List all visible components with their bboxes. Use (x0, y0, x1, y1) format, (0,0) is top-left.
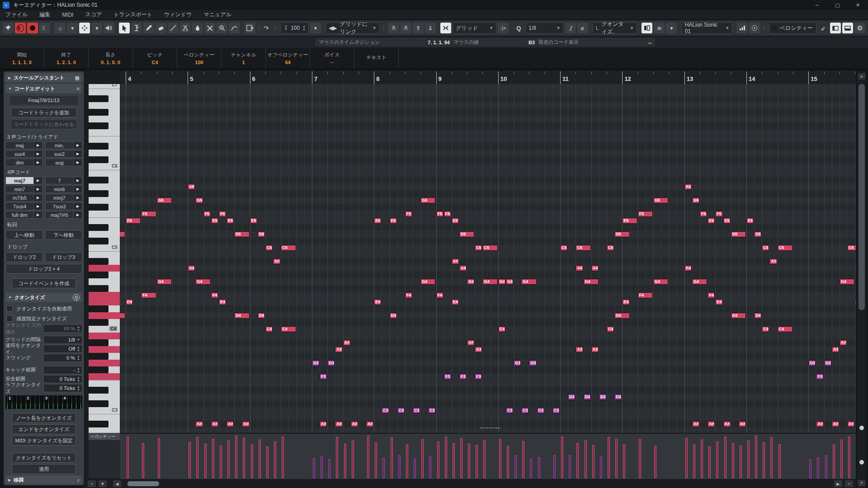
snap-button[interactable] (440, 23, 451, 33)
midi-note[interactable]: F4 (141, 292, 156, 298)
midi-note[interactable]: C5 (847, 245, 856, 251)
velocity-bar[interactable] (421, 439, 424, 478)
midi-note[interactable]: A#4 (273, 258, 280, 264)
add-chord-track-button[interactable]: コードトラックを追加 (11, 108, 77, 117)
loop-options-icon[interactable]: ⋮ (273, 25, 276, 31)
midi-note[interactable]: A#2 (692, 421, 699, 427)
menu-item-3[interactable]: スコア (85, 11, 102, 19)
chord-play-icon[interactable]: ▶ (73, 194, 82, 202)
lane-select-dropdown[interactable]: ▼ (99, 480, 107, 487)
midi-note[interactable]: C3 (552, 408, 560, 413)
midi-note[interactable]: A4 (576, 265, 583, 271)
midi-note[interactable]: G4 (584, 279, 599, 285)
velocity-bar[interactable] (522, 441, 524, 478)
create-chord-event-button[interactable]: コードイベントを作成 (12, 278, 76, 288)
quantize-row-value[interactable]: Off▲▼ (43, 345, 82, 353)
velocity-bar[interactable] (600, 456, 602, 478)
iterative-quantize-icon[interactable]: ⁒ (565, 23, 576, 33)
menu-item-0[interactable]: ファイル (5, 11, 28, 19)
autoscroll-button[interactable] (245, 23, 255, 33)
midi-note[interactable]: G5 (653, 197, 668, 203)
quantize-header[interactable]: ▼ クオンタイズ Q (5, 293, 82, 302)
info-column-7[interactable]: ボイス─ (310, 48, 354, 69)
midi-note[interactable]: C5 (482, 245, 497, 251)
chord-play-icon[interactable]: ▶ (73, 177, 82, 184)
piano-roll-grid[interactable]: D5D4E5F5G5E4F4G4A5G5F5E5F5E5D5A4G4F4E4D4… (120, 84, 856, 433)
velocity-bar[interactable] (453, 443, 455, 478)
midi-note[interactable]: C4 (778, 326, 793, 332)
velocity-bar[interactable] (251, 445, 253, 478)
midi-note[interactable]: D4 (731, 313, 746, 319)
chord-play-icon[interactable]: ▶ (73, 211, 82, 219)
midi-note[interactable]: E5 (708, 218, 715, 224)
midi-note[interactable]: E5 (723, 218, 731, 224)
midi-note[interactable]: D4 (258, 313, 265, 319)
midi-note[interactable]: E4 (855, 299, 856, 305)
midi-note[interactable]: A#3 (840, 340, 847, 346)
chord-edit-header[interactable]: ▼ コードエディット ≡ (5, 84, 82, 93)
midi-note[interactable]: D5 (234, 231, 249, 237)
piano-key-black[interactable] (89, 122, 108, 129)
midi-note[interactable]: F4 (436, 292, 443, 298)
midi-note[interactable]: A4 (855, 265, 856, 271)
velocity-bar[interactable] (398, 455, 401, 478)
piano-key-black[interactable] (89, 143, 108, 150)
quantize-action-button-2[interactable]: MIDI クオンタイズを固定 (12, 436, 76, 446)
midi-note[interactable]: D3 (568, 394, 575, 400)
chord-button-7sus4[interactable]: 7sus4▶ (5, 202, 42, 210)
midi-note[interactable]: F5 (444, 211, 451, 217)
reset-quantize-button[interactable]: クオンタイズをリセット (12, 453, 76, 463)
midi-note[interactable]: G5 (692, 197, 699, 203)
menu-item-6[interactable]: マニュアル (203, 11, 231, 19)
left-zone-toggle-icon[interactable] (830, 23, 841, 33)
piano-key-black[interactable] (89, 285, 108, 292)
piano-key-highlighted[interactable] (89, 346, 120, 353)
midi-note[interactable]: G3 (514, 360, 521, 366)
info-column-5[interactable]: チャンネル1 (222, 48, 266, 69)
piano-key-black[interactable] (89, 156, 108, 163)
midi-note[interactable]: D3 (584, 394, 591, 400)
velocity-bar[interactable] (623, 444, 625, 478)
velocity-bar[interactable] (499, 439, 501, 478)
velocity-bar[interactable] (778, 444, 781, 478)
velocity-bar[interactable] (514, 455, 517, 478)
velocity-bar[interactable] (274, 441, 276, 478)
midi-note[interactable]: A#4 (769, 258, 777, 264)
midi-note[interactable]: A#2 (211, 421, 218, 427)
velocity-bar[interactable] (391, 437, 393, 478)
midi-note[interactable]: F5 (405, 211, 412, 217)
nudge-down-icon[interactable]: ≚ (401, 23, 411, 33)
trim-tool[interactable] (131, 23, 142, 33)
link-to-grid-dropdown[interactable]: ◀▶ グリッドにリンク ▼ (326, 22, 380, 34)
midi-note[interactable]: A4 (591, 265, 599, 271)
midi-note[interactable]: C4 (265, 326, 273, 332)
midi-note[interactable]: A5 (684, 184, 692, 190)
velocity-bar[interactable] (716, 441, 718, 478)
midi-note[interactable]: E4 (374, 299, 381, 305)
edit-mode-dropdown[interactable]: ▼ (67, 23, 78, 33)
midi-note[interactable]: E4 (622, 299, 629, 305)
chord-button-minj7[interactable]: minj7▶ (45, 194, 82, 202)
piano-key-highlighted[interactable] (89, 292, 120, 299)
midi-note[interactable]: G4 (157, 279, 172, 285)
midi-note[interactable]: G4 (653, 279, 668, 285)
piano-key-black[interactable] (89, 353, 108, 360)
stepper-icon[interactable]: ▲▼ (77, 376, 80, 382)
scroll-left-icon[interactable]: ◀ (113, 480, 121, 487)
velocity-bar[interactable] (740, 446, 742, 478)
strength-field[interactable]: 60 %▲▼ (43, 324, 82, 333)
chord-button-7[interactable]: 7▶ (45, 177, 82, 184)
vzoom-handle2-icon[interactable] (859, 460, 864, 465)
piano-key-black[interactable] (89, 400, 108, 407)
event-colors-dropdown[interactable]: ベロシティー (769, 22, 816, 34)
chord-play-icon[interactable]: ▶ (33, 159, 42, 166)
chord-button-sus2[interactable]: sus2▶ (45, 150, 82, 158)
midi-note[interactable]: D4 (120, 313, 125, 319)
midi-note[interactable]: E4 (715, 299, 722, 305)
chord-button-min[interactable]: min.▶ (45, 141, 82, 149)
midi-note[interactable]: A3 (832, 347, 839, 352)
velocity-bar[interactable] (243, 438, 245, 478)
midi-note[interactable]: C5 (475, 245, 482, 251)
scroll-up-icon[interactable]: ▲ (858, 73, 865, 80)
midi-note[interactable]: G3 (312, 360, 319, 366)
